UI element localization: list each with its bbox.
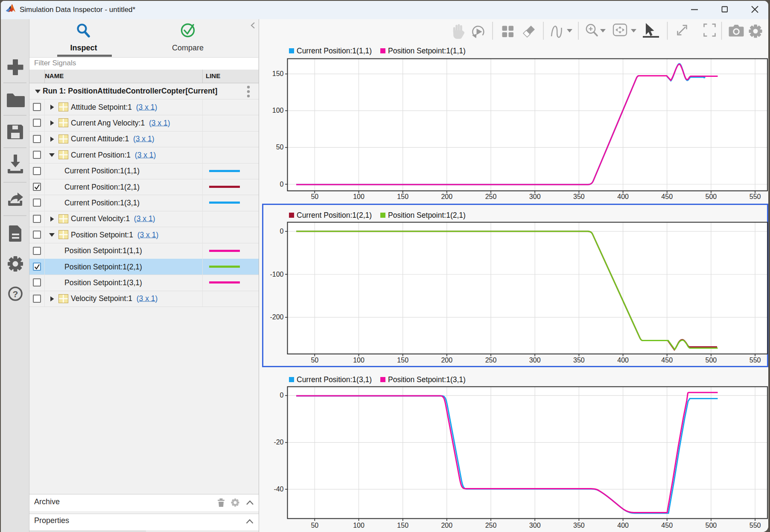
- svg-text:300: 300: [529, 357, 541, 364]
- svg-text:200: 200: [441, 522, 452, 529]
- svg-text:500: 500: [706, 357, 717, 364]
- svg-text:350: 350: [573, 357, 585, 364]
- svg-text:0: 0: [280, 228, 284, 235]
- svg-text:50: 50: [311, 193, 318, 200]
- svg-text:450: 450: [661, 522, 673, 529]
- svg-text:0: 0: [280, 181, 284, 188]
- svg-text:400: 400: [617, 357, 629, 364]
- svg-text:200: 200: [441, 357, 452, 364]
- svg-text:150: 150: [397, 193, 408, 200]
- svg-text:0: 0: [280, 392, 284, 399]
- svg-text:100: 100: [353, 357, 365, 364]
- svg-text:400: 400: [617, 193, 629, 200]
- svg-text:200: 200: [441, 193, 452, 200]
- svg-text:250: 250: [485, 357, 497, 364]
- svg-text:350: 350: [573, 522, 585, 529]
- svg-text:550: 550: [750, 193, 761, 200]
- svg-text:100: 100: [272, 107, 284, 114]
- svg-text:-40: -40: [274, 485, 283, 493]
- svg-text:500: 500: [706, 522, 717, 529]
- svg-text:50: 50: [276, 143, 284, 151]
- svg-text:100: 100: [353, 522, 365, 529]
- svg-text:-200: -200: [270, 313, 283, 321]
- svg-text:50: 50: [311, 357, 318, 364]
- svg-text:150: 150: [397, 522, 408, 529]
- svg-text:150: 150: [397, 357, 408, 364]
- svg-text:100: 100: [353, 193, 365, 200]
- svg-text:250: 250: [485, 522, 497, 529]
- svg-text:50: 50: [311, 522, 318, 529]
- svg-text:?: ?: [13, 289, 18, 299]
- svg-text:450: 450: [661, 193, 673, 200]
- svg-text:350: 350: [573, 193, 585, 200]
- svg-text:250: 250: [485, 193, 497, 200]
- svg-text:400: 400: [617, 522, 629, 529]
- svg-text:550: 550: [750, 357, 761, 364]
- svg-text:-20: -20: [274, 438, 283, 446]
- svg-text:150: 150: [272, 70, 284, 77]
- svg-text:-100: -100: [270, 271, 283, 278]
- svg-text:450: 450: [661, 357, 673, 364]
- svg-text:300: 300: [529, 193, 541, 200]
- svg-text:300: 300: [529, 522, 541, 529]
- svg-text:550: 550: [750, 522, 761, 529]
- svg-text:500: 500: [706, 193, 717, 200]
